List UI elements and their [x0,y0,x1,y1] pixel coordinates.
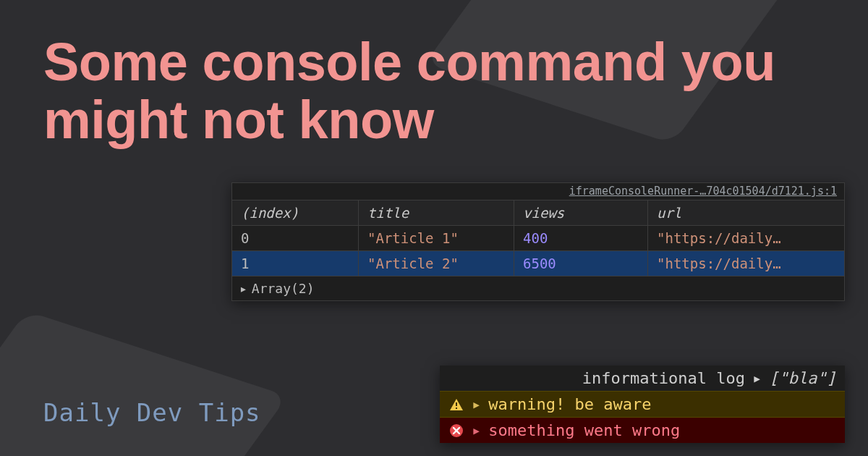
th-url: url [648,200,844,226]
info-text: informational log [582,369,745,387]
chevron-right-icon: ▸ [752,369,762,387]
cell-url: "https://daily… [648,251,844,276]
th-views: views [514,200,648,226]
cell-index: 0 [232,226,359,251]
bg-shape-bottom [0,311,288,456]
cell-title: "Article 1" [359,226,514,251]
svg-rect-1 [456,402,457,406]
console-warn-row: ▸ warning! be aware [440,391,845,418]
table-row: 1 "Article 2" 6500 "https://daily… [232,251,844,276]
console-table-header: (index) title views url [232,200,844,226]
cell-title: "Article 2" [359,251,514,276]
info-arg: ["bla"] [769,369,836,387]
warning-icon [448,397,464,413]
error-text: something went wrong [488,421,680,439]
th-index: (index) [232,200,359,226]
console-info-row: informational log ▸ ["bla"] [440,366,845,391]
console-table: iframeConsoleRunner-…704c01504/d7121.js:… [231,182,845,301]
brand-label: Daily Dev Tips [43,398,261,427]
table-row: 0 "Article 1" 400 "https://daily… [232,226,844,251]
chevron-right-icon: ▸ [472,421,481,439]
cell-url: "https://daily… [648,226,844,251]
console-log-stack: informational log ▸ ["bla"] ▸ warning! b… [440,366,845,443]
array-length-label: Array(2) [252,281,315,296]
cell-views: 400 [514,226,648,251]
th-title: title [359,200,514,226]
error-icon [448,423,464,439]
console-error-row: ▸ something went wrong [440,418,845,443]
svg-rect-2 [456,408,457,409]
chevron-right-icon: ▸ [472,395,481,413]
warn-text: warning! be aware [488,395,651,413]
page-title: Some console command you might not know [43,33,868,149]
console-source-path: iframeConsoleRunner-…704c01504/d7121.js:… [232,183,844,200]
chevron-right-icon: ▸ [239,281,247,296]
cell-index: 1 [232,251,359,276]
console-table-footer: ▸Array(2) [232,276,844,300]
cell-views: 6500 [514,251,648,276]
